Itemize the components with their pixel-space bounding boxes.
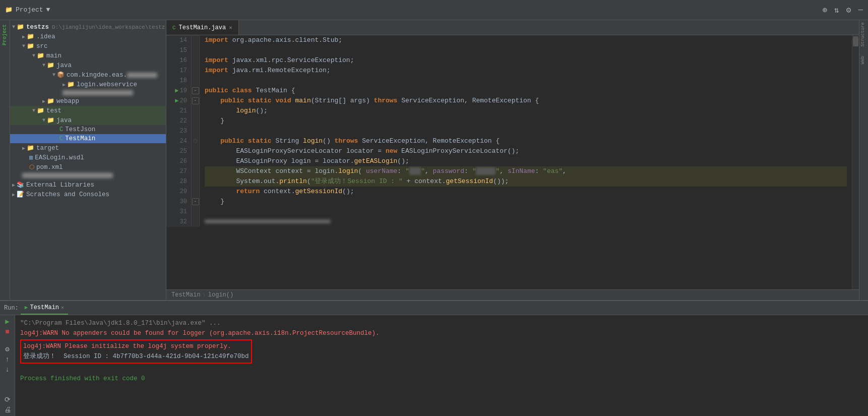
global-icon[interactable]: ⊕	[822, 5, 827, 15]
line-29: return context.getSessionId();	[205, 187, 847, 197]
dropdown-arrow: ▼	[46, 6, 50, 14]
line-26: EASLoginProxy login = locator.getEASLogi…	[205, 156, 847, 166]
root-path: D:\jianglijun\idea_workspace\testzs	[52, 24, 166, 30]
tree-src[interactable]: ▼ 📁 src	[10, 41, 166, 51]
output-line-1: "C:\Program Files\Java\jdk1.8.0_171\bin\…	[20, 318, 863, 328]
com-label: com.kingdee.eas.	[67, 72, 127, 79]
tree-idea[interactable]: ▶ 📁 .idea	[10, 32, 166, 41]
settings-icon[interactable]: ⚙	[846, 5, 851, 15]
testjson-label: TestJson	[65, 126, 95, 133]
line-27: WSContext context = login.login( userNam…	[205, 166, 847, 176]
com-blurred	[127, 73, 157, 78]
code-content[interactable]: import org.apache.axis.client.Stub; impo…	[200, 35, 852, 289]
tab-testmain-label: TestMain.java	[179, 24, 226, 31]
output-line-2: log4j:WARN No appenders could be found f…	[20, 328, 863, 338]
idea-label: .idea	[36, 33, 55, 40]
tree-target[interactable]: ▶ 📁 target	[10, 143, 166, 153]
testmain-label: TestMain	[65, 135, 95, 142]
webapp-label: webapp	[56, 98, 79, 105]
line-numbers: 14 15 16 17 18 ▶19 ▶20 21 22 23 24 25	[166, 35, 192, 227]
java-test-label: java	[56, 117, 72, 124]
line-23	[205, 126, 847, 136]
tree-com[interactable]: ▼ 📦 com.kingdee.eas.	[10, 70, 166, 80]
main-layout: Project ▼ 📁 testzs D:\jianglijun\idea_wo…	[0, 20, 868, 300]
tree-java-main[interactable]: ▼ 📁 java	[10, 61, 166, 70]
fold-19[interactable]: -	[192, 87, 199, 94]
breadcrumb: TestMain › login()	[166, 289, 859, 300]
structure-tab[interactable]: Structure	[859, 20, 868, 49]
line-24: public static String login() throws Serv…	[205, 136, 847, 146]
breadcrumb-testmain: TestMain	[171, 291, 201, 299]
scroll-end-button[interactable]: ↓	[5, 366, 9, 374]
fold-30[interactable]: -	[192, 198, 199, 205]
run-arrow-19[interactable]: ▶	[175, 86, 178, 96]
tree-webapp[interactable]: ▶ 📁 webapp	[10, 96, 166, 106]
toolbar-icons: ⊕ ⇅ ⚙ —	[822, 5, 863, 15]
fold-24: ⬡	[193, 138, 198, 144]
settings-run-button[interactable]: ⚙	[5, 345, 9, 353]
split-icon[interactable]: ⇅	[834, 5, 839, 15]
editor-content: 14 15 16 17 18 ▶19 ▶20 21 22 23 24 25	[166, 35, 859, 300]
tree-blurred1	[10, 89, 166, 96]
scratches-label: Scratches and Consoles	[26, 191, 109, 198]
test-label: test	[46, 107, 61, 114]
run-tab[interactable]: ▶ TestMain ✕	[21, 301, 68, 315]
tab-testmain[interactable]: C TestMain.java ✕	[166, 20, 239, 35]
ext-libs-label: External Libraries	[26, 182, 94, 189]
web-tab[interactable]: Web	[859, 54, 868, 66]
tab-close[interactable]: ✕	[229, 24, 232, 31]
bottom-controls: ▶ ■ ⚙ ↑ ↓ ⟳ 🖨	[0, 315, 15, 416]
tab-java-icon: C	[172, 25, 176, 31]
output-line-4: 登录成功！ Session ID : 4b7f70b3-d44a-421d-9b…	[23, 351, 249, 362]
right-strips: Structure Web	[859, 20, 868, 300]
tree-test[interactable]: ▼ 📁 test	[10, 106, 166, 115]
target-label: target	[36, 145, 59, 152]
fold-20[interactable]: -	[192, 97, 199, 104]
tree-pom[interactable]: ⬡ pom.xml	[10, 162, 166, 172]
rerun-button[interactable]: ▶	[5, 317, 9, 326]
run-tab-close[interactable]: ✕	[61, 305, 64, 311]
tree-ext-libs[interactable]: ▶ 📚 External Libraries	[10, 180, 166, 190]
scroll-up-button[interactable]: ↑	[5, 355, 9, 364]
tree-main[interactable]: ▼ 📁 main	[10, 51, 166, 61]
line-30: }	[205, 197, 847, 207]
root-label: testzs	[26, 24, 49, 31]
minimize-icon[interactable]: —	[858, 6, 863, 15]
bottom-tabs: Run: ▶ TestMain ✕	[0, 301, 868, 315]
project-tab[interactable]: Project	[1, 22, 9, 47]
tree-testmain[interactable]: C TestMain	[10, 134, 166, 143]
line-25: EASLoginProxyServiceLocator locator = ne…	[205, 146, 847, 156]
line-21: login();	[205, 106, 847, 116]
pom-label: pom.xml	[36, 164, 63, 171]
wrap-button[interactable]: ⟳	[5, 395, 11, 404]
highlighted-output-box: log4j:WARN Please initialize the log4j s…	[20, 339, 252, 364]
tree-scratches[interactable]: ▶ 📝 Scratches and Consoles	[10, 190, 166, 199]
line-20: public static void main(String[] args) t…	[205, 96, 847, 106]
line-31	[205, 207, 847, 217]
right-gutter	[852, 35, 859, 289]
project-dropdown[interactable]: 📁 Project ▼	[5, 6, 50, 14]
stop-button[interactable]: ■	[5, 328, 9, 336]
tree-easlogin[interactable]: ▦ EASLogin.wsdl	[10, 153, 166, 162]
line-14: import org.apache.axis.client.Stub;	[205, 35, 847, 45]
tree-login[interactable]: ▶ 📁 login.webservice	[10, 80, 166, 89]
bottom-main: ▶ ■ ⚙ ↑ ↓ ⟳ 🖨 "C:\Program Files\Java\jdk…	[0, 315, 868, 416]
line-32: ■■■■■■■■■■■■■■■■■■■■■■■■■■■■■■■■	[205, 217, 847, 227]
line-22: }	[205, 116, 847, 126]
login-label: login.webservice	[77, 81, 137, 88]
print-button[interactable]: 🖨	[4, 406, 11, 414]
line-28: System.out.println("登录成功！Session ID : " …	[205, 176, 847, 187]
project-tree: ▼ 📁 testzs D:\jianglijun\idea_workspace\…	[10, 20, 166, 300]
run-output: "C:\Program Files\Java\jdk1.8.0_171\bin\…	[15, 315, 868, 416]
output-line-5	[20, 364, 863, 374]
tree-testjson[interactable]: C TestJson	[10, 125, 166, 134]
tree-root[interactable]: ▼ 📁 testzs D:\jianglijun\idea_workspace\…	[10, 22, 166, 32]
output-line-6: Process finished with exit code 0	[20, 374, 863, 384]
breadcrumb-login: login()	[208, 291, 233, 299]
main-label: main	[46, 52, 61, 60]
run-arrow-20[interactable]: ▶	[175, 96, 178, 106]
vertical-tabs: Project	[0, 20, 10, 300]
editor-area: C TestMain.java ✕ 14 15 16 17 18	[166, 20, 859, 300]
tree-java-test[interactable]: ▼ 📁 java	[10, 115, 166, 125]
run-tab-name: TestMain	[30, 304, 59, 311]
